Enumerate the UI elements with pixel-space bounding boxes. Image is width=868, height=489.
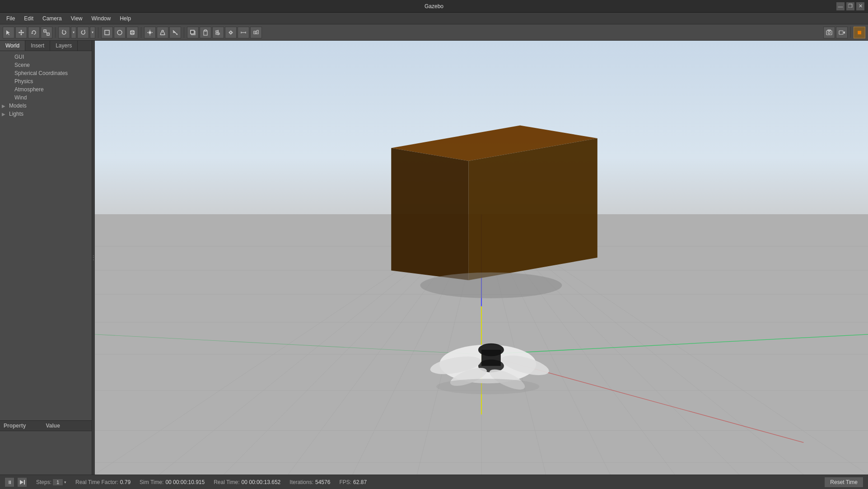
iterations-item: Iterations: 54576 xyxy=(289,479,330,485)
tree-label-gui: GUI xyxy=(14,54,24,60)
menu-window[interactable]: Window xyxy=(87,14,116,23)
property-header: Property Value xyxy=(0,421,92,431)
svg-point-13 xyxy=(117,30,122,35)
iterations-value: 54576 xyxy=(315,479,330,485)
menu-help[interactable]: Help xyxy=(115,14,135,23)
menu-camera[interactable]: Camera xyxy=(38,14,66,23)
measure-button[interactable] xyxy=(238,27,249,38)
insert-cylinder-button[interactable] xyxy=(126,27,138,38)
viewport[interactable] xyxy=(95,41,868,475)
menu-file[interactable]: File xyxy=(2,14,19,23)
pause-icon: ⏸ xyxy=(7,480,12,485)
iterations-label: Iterations: xyxy=(289,479,313,485)
fps-label: FPS: xyxy=(339,479,351,485)
translate-tool-button[interactable] xyxy=(15,27,27,38)
window-controls: — ❐ ✕ xyxy=(836,2,864,10)
copy-button[interactable] xyxy=(187,27,199,38)
record-button[interactable] xyxy=(836,27,848,38)
real-time-value: 00 00:00:13.652 xyxy=(242,479,281,485)
property-panel: Property Value xyxy=(0,420,92,475)
close-button[interactable]: ✕ xyxy=(856,2,864,10)
select-tool-button[interactable] xyxy=(3,27,14,38)
undo-dropdown[interactable]: ▾ xyxy=(71,27,76,38)
svg-marker-74 xyxy=(391,148,468,280)
svg-point-14 xyxy=(131,30,134,32)
svg-rect-87 xyxy=(24,480,25,484)
tree-item-gui[interactable]: GUI xyxy=(0,53,92,61)
point-light-button[interactable] xyxy=(144,27,156,38)
camera-follow-button[interactable] xyxy=(250,27,262,38)
svg-rect-12 xyxy=(105,30,109,35)
directional-light-button[interactable] xyxy=(169,27,181,38)
svg-rect-43 xyxy=(828,30,831,31)
insert-sphere-button[interactable] xyxy=(114,27,126,38)
tree-item-wind[interactable]: Wind xyxy=(0,94,92,102)
screenshot-button[interactable] xyxy=(823,27,835,38)
tree-label-physics: Physics xyxy=(14,78,33,85)
tree-label-wind: Wind xyxy=(14,94,27,101)
scale-tool-button[interactable] xyxy=(41,27,52,38)
svg-rect-7 xyxy=(44,30,46,32)
titlebar: Gazebo — ❐ ✕ xyxy=(0,0,868,13)
objects-layer xyxy=(95,41,868,475)
tree-item-lights[interactable]: ▶ Lights xyxy=(0,110,92,118)
toolbar-separator-right xyxy=(850,27,851,38)
step-button[interactable] xyxy=(17,477,27,487)
rotate-tool-button[interactable] xyxy=(28,27,40,38)
minimize-button[interactable]: — xyxy=(836,2,845,10)
svg-rect-44 xyxy=(839,31,843,34)
toolbar-separator-1 xyxy=(55,27,56,38)
tree-item-spherical[interactable]: Spherical Coordinates xyxy=(0,69,92,77)
tab-world[interactable]: World xyxy=(0,41,25,51)
tree-label-lights: Lights xyxy=(9,111,23,117)
redo-dropdown[interactable]: ▾ xyxy=(90,27,95,38)
app-title: Gazebo xyxy=(425,3,443,9)
reset-time-button[interactable]: Reset Time xyxy=(824,477,863,488)
menu-view[interactable]: View xyxy=(66,14,87,23)
svg-marker-5 xyxy=(23,32,24,33)
align-button[interactable] xyxy=(212,27,224,38)
svg-point-76 xyxy=(420,273,562,298)
left-panel: World Insert Layers GUI Scene Spherical … xyxy=(0,41,92,475)
svg-point-85 xyxy=(436,379,539,394)
svg-marker-2 xyxy=(20,30,22,31)
steps-dropdown[interactable]: ▾ xyxy=(64,480,66,484)
real-time-factor-item: Real Time Factor: 0.79 xyxy=(75,479,131,485)
world-tree: GUI Scene Spherical Coordinates Physics … xyxy=(0,51,92,420)
rtf-value: 0.79 xyxy=(120,479,131,485)
fps-value: 62.87 xyxy=(353,479,367,485)
tree-item-physics[interactable]: Physics xyxy=(0,77,92,85)
svg-marker-3 xyxy=(20,34,22,35)
menu-edit[interactable]: Edit xyxy=(19,14,38,23)
svg-point-17 xyxy=(131,33,134,34)
rtf-label: Real Time Factor: xyxy=(75,479,118,485)
tree-label-atmosphere: Atmosphere xyxy=(14,86,44,93)
tab-insert[interactable]: Insert xyxy=(25,41,50,51)
svg-marker-4 xyxy=(19,32,20,33)
sim-time-label: Sim Time: xyxy=(140,479,163,485)
snap-button[interactable] xyxy=(225,27,237,38)
tree-item-scene[interactable]: Scene xyxy=(0,61,92,69)
steps-input[interactable] xyxy=(52,479,63,486)
svg-marker-75 xyxy=(468,138,597,280)
svg-point-18 xyxy=(149,31,151,34)
tree-item-atmosphere[interactable]: Atmosphere xyxy=(0,85,92,94)
tree-label-models: Models xyxy=(9,103,27,109)
redo-button[interactable] xyxy=(77,27,89,38)
undo-button[interactable] xyxy=(58,27,70,38)
tree-arrow-lights: ▶ xyxy=(2,112,7,117)
insert-box-button[interactable] xyxy=(101,27,113,38)
toolbar: ▾ ▾ xyxy=(0,24,868,41)
svg-point-40 xyxy=(255,32,257,33)
tree-item-models[interactable]: ▶ Models xyxy=(0,102,92,110)
spot-light-button[interactable] xyxy=(157,27,168,38)
restore-button[interactable]: ❐ xyxy=(846,2,854,10)
orange-indicator-button[interactable]: ■ xyxy=(854,27,865,38)
pause-button[interactable]: ⏸ xyxy=(5,477,14,487)
svg-rect-34 xyxy=(216,31,218,32)
property-col-label: Property xyxy=(4,423,46,429)
paste-button[interactable] xyxy=(200,27,211,38)
svg-point-36 xyxy=(230,32,232,33)
tab-layers[interactable]: Layers xyxy=(50,41,78,51)
cube-svg xyxy=(95,41,868,475)
